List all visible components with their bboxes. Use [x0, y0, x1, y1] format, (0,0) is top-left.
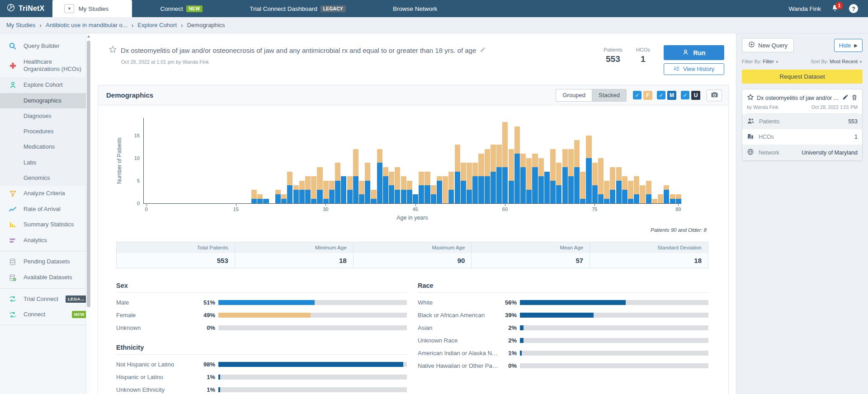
age-bar-female[interactable] [461, 163, 466, 181]
age-bar-male[interactable] [676, 199, 681, 203]
age-bar-male[interactable] [514, 154, 520, 203]
age-bar-female[interactable] [520, 154, 526, 167]
age-bar-male[interactable] [455, 172, 460, 203]
age-bar-male[interactable] [347, 190, 353, 203]
age-bar-female[interactable] [359, 181, 364, 194]
age-bar-male[interactable] [580, 199, 585, 203]
age-bar-male[interactable] [509, 181, 514, 203]
age-bar-male[interactable] [281, 199, 287, 203]
age-bar-female[interactable] [353, 149, 359, 176]
age-bar-female[interactable] [652, 199, 657, 203]
sidebar-item-demographics[interactable]: Demographics [0, 93, 90, 108]
sidebar-item-query-builder[interactable]: Query Builder [0, 38, 90, 54]
age-bar-male[interactable] [556, 185, 561, 203]
sidebar-item-summary-statistics[interactable]: Summary Statistics [0, 217, 90, 232]
age-bar-female[interactable] [664, 185, 669, 190]
age-bar-female[interactable] [478, 154, 484, 176]
age-bar-female[interactable] [287, 172, 292, 185]
age-bar-male[interactable] [425, 185, 430, 203]
age-bar-female[interactable] [532, 154, 538, 167]
trinetx-logo[interactable]: TriNetX [0, 0, 52, 17]
age-bar-male[interactable] [646, 194, 651, 203]
age-bar-female[interactable] [502, 122, 508, 167]
age-bar-male[interactable] [287, 185, 292, 203]
age-bar-male[interactable] [550, 181, 556, 203]
age-bar-male[interactable] [520, 167, 526, 203]
age-bar-female[interactable] [443, 176, 448, 203]
checkbox-f-checked[interactable]: ✓ [633, 91, 642, 99]
age-bar-male[interactable] [485, 176, 490, 203]
age-bar-male[interactable] [389, 185, 394, 203]
sidebar-item-analyze-criteria[interactable]: Analyze Criteria [0, 186, 90, 202]
filter-by-control[interactable]: Filter By:Filter▼ [742, 59, 779, 64]
age-bar-female[interactable] [425, 172, 430, 185]
age-bar-male[interactable] [448, 190, 454, 203]
card-delete-trash-icon[interactable] [851, 94, 858, 103]
age-bar-male[interactable] [461, 181, 466, 203]
age-bar-male[interactable] [371, 199, 376, 203]
age-bar-female[interactable] [317, 167, 322, 190]
age-bar-male[interactable] [568, 176, 574, 203]
age-bar-female[interactable] [347, 176, 353, 190]
notifications-button[interactable]: 1 [831, 4, 839, 14]
sidebar-item-diagnoses[interactable]: Diagnoses [0, 108, 90, 124]
card-star-icon[interactable] [747, 94, 754, 103]
age-bar-female[interactable] [485, 149, 490, 176]
age-bar-female[interactable] [676, 194, 681, 199]
age-bar-female[interactable] [281, 194, 287, 199]
age-bar-male[interactable] [592, 185, 598, 203]
age-bar-female[interactable] [628, 181, 633, 199]
age-bar-female[interactable] [568, 149, 574, 176]
age-bar-female[interactable] [646, 181, 651, 194]
age-bar-female[interactable] [574, 140, 580, 167]
view-history-button[interactable]: View History [664, 63, 724, 75]
age-bar-male[interactable] [664, 190, 669, 203]
age-bar-male[interactable] [377, 163, 382, 203]
studies-dropdown-caret-icon[interactable]: ▼ [64, 4, 74, 13]
age-bar-female[interactable] [275, 190, 281, 194]
user-menu[interactable]: Wanda Fink [788, 5, 821, 12]
age-bar-male[interactable] [562, 167, 568, 203]
sort-by-control[interactable]: Sort By:Most Recent▼ [811, 59, 863, 64]
age-bar-female[interactable] [389, 172, 394, 185]
age-bar-male[interactable] [526, 190, 532, 203]
toggle-grouped[interactable]: Grouped [556, 89, 592, 102]
age-bar-female[interactable] [509, 149, 514, 181]
age-bar-female[interactable] [496, 145, 502, 167]
sidebar-item-healthcare-organizations-hcos[interactable]: Healthcare Organizations (HCOs) [0, 54, 90, 77]
age-bar-male[interactable] [329, 190, 335, 203]
age-bar-female[interactable] [616, 167, 622, 181]
age-bar-female[interactable] [401, 176, 406, 190]
screenshot-camera-button[interactable] [707, 89, 722, 101]
hide-panel-button[interactable]: Hide ▶ [834, 39, 863, 52]
age-bar-female[interactable] [251, 190, 257, 199]
age-bar-female[interactable] [550, 149, 556, 181]
new-query-button[interactable]: New Query [742, 38, 794, 52]
age-bar-male[interactable] [544, 172, 550, 203]
age-bar-male[interactable] [413, 194, 418, 203]
sidebar-item-rate-of-arrival[interactable]: Rate of Arrival [0, 202, 90, 217]
age-bar-male[interactable] [634, 194, 639, 203]
age-bar-female[interactable] [365, 163, 370, 181]
age-bar-male[interactable] [311, 199, 316, 203]
age-bar-male[interactable] [341, 176, 346, 203]
age-bar-female[interactable] [610, 167, 615, 190]
sidebar-item-pending-datasets[interactable]: Pending Datasets [0, 254, 90, 270]
age-bar-male[interactable] [263, 199, 269, 203]
age-bar-female[interactable] [640, 185, 645, 203]
toggle-stacked[interactable]: Stacked [592, 89, 627, 102]
breadcrumb-item-my-studies[interactable]: My Studies [6, 22, 35, 28]
sidebar-item-trial-connect[interactable]: Trial ConnectLEGA... [0, 291, 90, 307]
age-bar-female[interactable] [323, 181, 329, 199]
age-bar-female[interactable] [299, 181, 305, 190]
sidebar-scrollbar-thumb[interactable] [87, 41, 90, 307]
sidebar-item-analytics[interactable]: Analytics [0, 233, 90, 248]
age-bar-female[interactable] [467, 163, 472, 190]
sidebar-item-connect[interactable]: ConnectNEW [0, 307, 90, 322]
age-bar-female[interactable] [670, 194, 675, 199]
age-bar-male[interactable] [586, 158, 591, 203]
age-bar-male[interactable] [401, 190, 406, 203]
age-bar-female[interactable] [419, 172, 424, 185]
age-bar-female[interactable] [293, 185, 299, 190]
age-bar-female[interactable] [491, 145, 496, 172]
